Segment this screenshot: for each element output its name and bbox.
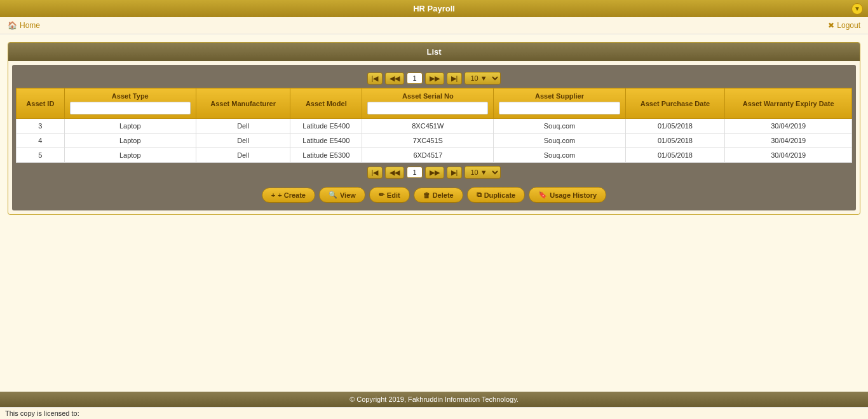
asset-serial-filter[interactable] <box>367 102 488 114</box>
copyright-text: © Copyright 2019, Fakhruddin Information… <box>349 395 519 403</box>
home-link[interactable]: 🏠 Home <box>8 21 40 30</box>
cell-asset-id: 3 <box>17 119 65 134</box>
prev-page-button[interactable]: ◀◀ <box>385 72 404 85</box>
last-page-button[interactable]: ▶| <box>447 72 463 85</box>
logout-icon: ✖ <box>828 21 834 30</box>
cell-asset-supplier: Souq.com <box>494 134 625 148</box>
cell-asset-model: Latitude E5300 <box>290 148 362 163</box>
create-icon: + <box>271 191 275 199</box>
main-content: List |◀ ◀◀ 1 ▶▶ ▶| 10 ▼ 25 50 <box>0 34 868 392</box>
footer: © Copyright 2019, Fakhruddin Information… <box>0 392 868 407</box>
delete-button[interactable]: 🗑 Delete <box>414 188 463 203</box>
bottom-per-page-select[interactable]: 10 ▼ 25 50 <box>465 166 501 179</box>
home-icon: 🏠 <box>8 21 17 30</box>
edit-button[interactable]: ✏ Edit <box>369 187 410 203</box>
cell-asset-id: 4 <box>17 134 65 148</box>
cell-asset-type: Laptop <box>64 119 196 134</box>
cell-asset-purchase-date: 01/05/2018 <box>625 134 725 148</box>
col-asset-serial-no: Asset Serial No <box>362 88 494 119</box>
col-asset-type: Asset Type <box>64 88 196 119</box>
cell-asset-supplier: Souq.com <box>494 119 625 134</box>
first-page-button[interactable]: |◀ <box>367 72 383 85</box>
current-page: 1 <box>407 72 422 84</box>
license-bar: This copy is licensed to: <box>0 407 868 419</box>
create-button[interactable]: + + Create <box>262 188 315 203</box>
col-asset-purchase-date: Asset Purchase Date <box>625 88 725 119</box>
table-row[interactable]: 5LaptopDellLatitude E53006XD4517Souq.com… <box>17 148 852 163</box>
logout-button[interactable]: ✖ Logout <box>828 21 860 30</box>
usage-history-icon: 🔖 <box>538 191 547 199</box>
view-icon: 🔍 <box>329 191 337 199</box>
col-asset-warranty-date: Asset Warranty Expiry Date <box>725 88 852 119</box>
cell-asset-serial-no: 7XC451S <box>362 134 494 148</box>
action-bar: + + Create 🔍 View ✏ Edit 🗑 Delete ⧉ <box>16 182 852 207</box>
cell-asset-manufacturer: Dell <box>196 148 290 163</box>
delete-icon: 🗑 <box>423 191 430 199</box>
cell-asset-purchase-date: 01/05/2018 <box>625 148 725 163</box>
table-row[interactable]: 3LaptopDellLatitude E54008XC451WSouq.com… <box>17 119 852 134</box>
bottom-prev-page-button[interactable]: ◀◀ <box>385 167 404 179</box>
nav-bar: 🏠 Home ✖ Logout <box>0 17 868 34</box>
asset-type-filter[interactable] <box>70 102 191 114</box>
col-asset-model: Asset Model <box>290 88 362 119</box>
cell-asset-model: Latitude E5400 <box>290 119 362 134</box>
table-area: |◀ ◀◀ 1 ▶▶ ▶| 10 ▼ 25 50 Asset ID <box>12 65 856 210</box>
bottom-first-page-button[interactable]: |◀ <box>367 167 383 179</box>
cell-asset-id: 5 <box>17 148 65 163</box>
cell-asset-serial-no: 8XC451W <box>362 119 494 134</box>
cell-asset-type: Laptop <box>64 148 196 163</box>
cell-asset-warranty-expiry-date: 30/04/2019 <box>725 119 852 134</box>
top-pagination: |◀ ◀◀ 1 ▶▶ ▶| 10 ▼ 25 50 <box>16 69 852 88</box>
asset-supplier-filter[interactable] <box>499 102 620 114</box>
cell-asset-model: Latitude E5400 <box>290 134 362 148</box>
table-row[interactable]: 4LaptopDellLatitude E54007XC451SSouq.com… <box>17 134 852 148</box>
per-page-select[interactable]: 10 ▼ 25 50 <box>465 72 501 85</box>
edit-icon: ✏ <box>379 191 384 199</box>
list-container: List |◀ ◀◀ 1 ▶▶ ▶| 10 ▼ 25 50 <box>8 42 860 215</box>
next-page-button[interactable]: ▶▶ <box>425 72 444 85</box>
minimize-icon: ▼ <box>854 5 860 12</box>
duplicate-icon: ⧉ <box>477 191 482 199</box>
bottom-pagination: |◀ ◀◀ 1 ▶▶ ▶| 10 ▼ 25 50 <box>16 163 852 182</box>
minimize-button[interactable]: ▼ <box>851 3 863 15</box>
cell-asset-supplier: Souq.com <box>494 148 625 163</box>
cell-asset-type: Laptop <box>64 134 196 148</box>
list-header: List <box>8 43 860 61</box>
cell-asset-warranty-expiry-date: 30/04/2019 <box>725 148 852 163</box>
top-bar: HR Payroll ▼ <box>0 0 868 17</box>
data-table: Asset ID Asset Type Asset Manufacturer A… <box>16 88 852 163</box>
table-header-row: Asset ID Asset Type Asset Manufacturer A… <box>17 88 852 119</box>
bottom-current-page: 1 <box>407 167 422 178</box>
col-asset-supplier: Asset Supplier <box>494 88 625 119</box>
cell-asset-manufacturer: Dell <box>196 134 290 148</box>
app-title: HR Payroll <box>413 4 455 13</box>
duplicate-button[interactable]: ⧉ Duplicate <box>467 187 526 203</box>
usage-history-button[interactable]: 🔖 Usage History <box>529 187 606 203</box>
cell-asset-serial-no: 6XD4517 <box>362 148 494 163</box>
col-asset-id: Asset ID <box>17 88 65 119</box>
bottom-next-page-button[interactable]: ▶▶ <box>425 167 444 179</box>
cell-asset-manufacturer: Dell <box>196 119 290 134</box>
view-button[interactable]: 🔍 View <box>319 187 365 203</box>
cell-asset-warranty-expiry-date: 30/04/2019 <box>725 134 852 148</box>
bottom-last-page-button[interactable]: ▶| <box>447 167 463 179</box>
col-asset-manufacturer: Asset Manufacturer <box>196 88 290 119</box>
cell-asset-purchase-date: 01/05/2018 <box>625 119 725 134</box>
license-text: This copy is licensed to: <box>5 409 79 417</box>
